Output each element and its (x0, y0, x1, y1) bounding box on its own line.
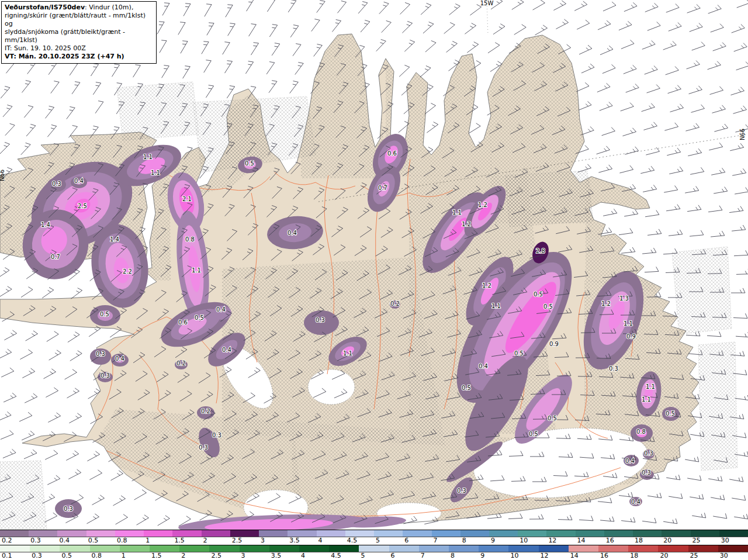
precip-value-label: 0.5 (548, 415, 557, 421)
precip-value-label: 1.1 (143, 154, 153, 160)
colorbar-segment (460, 530, 489, 537)
colorbar-segment (0, 545, 30, 552)
precip-value-label: 0.3 (199, 444, 208, 451)
precip-value-label: 0.6 (387, 150, 397, 157)
colorbar-tick-label: 5 (361, 552, 365, 559)
precip-value-label: 2.1 (182, 196, 192, 202)
weather-map-frame: 0.30.41.11.12.51.41.42.10.72.20.81.10.50… (0, 0, 748, 560)
colorbar-segment (329, 545, 359, 552)
precip-value-label: 0.4 (631, 499, 640, 505)
precip-value-label: 0.5 (529, 431, 538, 437)
colorbar-tick-label: 3.5 (289, 537, 300, 544)
precip-value-label: 0.3 (642, 469, 651, 476)
meridian-label: 15W (480, 0, 494, 6)
precip-value-label: 2.5 (78, 203, 87, 209)
precip-value-label: 0.6 (178, 319, 188, 326)
colorbar-tick-label: 8 (451, 552, 455, 559)
precip-value-label: 1.1 (452, 209, 462, 216)
precip-value-label: 1.1 (151, 170, 160, 176)
colorbar-tick-label: 4.5 (347, 537, 358, 544)
colorbar-tick-label: 6 (391, 552, 395, 559)
precip-value-label: 0.5 (514, 350, 524, 357)
colorbar-segment (479, 545, 508, 552)
colorbar-tick-label: 7 (421, 552, 425, 559)
colorbar-segment (230, 530, 259, 537)
colorbar-tick-label: 3 (241, 552, 245, 559)
colorbar-segment (508, 545, 538, 552)
glacier (308, 369, 355, 405)
precip-value-label: 1.2 (478, 202, 487, 208)
colorbar-tick-label: 8 (462, 537, 466, 544)
colorbar-segment (604, 530, 633, 537)
colorbar-tick-label: 0.3 (32, 552, 42, 559)
colorbar-tick-label: 18 (630, 552, 638, 559)
colorbar-tick-label: 4 (318, 537, 323, 544)
precip-value-label: 0.3 (52, 181, 61, 187)
valid-time: VT: Mán. 20.10.2025 23Z (+47 h) (5, 53, 153, 61)
colorbar-tick-label: 3.5 (271, 552, 282, 559)
colorbar-tick-label: 0.1 (2, 552, 12, 559)
colorbar-tick-label: 0.3 (30, 537, 41, 544)
precip-value-label: 1.1 (624, 320, 633, 327)
precip-value-label: 0.4 (74, 178, 84, 184)
colorbar-tick-label: 2.5 (232, 537, 243, 544)
precip-value-label: 0.2 (176, 360, 186, 367)
precip-value-label: 0.3 (212, 432, 221, 438)
colorbar-panel: 0.20.30.40.50.811.522.533.544.5567891012… (0, 530, 748, 560)
colorbar-tick-label: 20 (660, 552, 668, 559)
colorbar-segment (299, 545, 329, 552)
parallel-label-right: N66 (739, 129, 746, 140)
colorbar-tick-label: 0.4 (59, 537, 70, 544)
colorbar-segment (120, 545, 150, 552)
colorbar-tick-label: 14 (570, 552, 579, 559)
precip-value-label: 1.2 (482, 282, 491, 289)
colorbar-tick-label: 0.8 (92, 552, 102, 559)
precip-value-label: 0.9 (626, 333, 636, 340)
title-line-1: Veðurstofan/IS750dev: Vindur (10m), (5, 4, 153, 12)
colorbar-tick-label: 4 (301, 552, 305, 559)
precip-value-label: 0.9 (549, 341, 559, 347)
colorbar-segment (662, 530, 690, 537)
precip-value-label: 0.5 (534, 291, 543, 298)
init-time: IT: Sun. 19. 10. 2025 00Z (5, 44, 153, 53)
colorbar-segment (0, 530, 29, 537)
colorbar-segment (389, 545, 419, 552)
colorbar-segment (658, 545, 688, 552)
colorbar-tick-label: 9 (480, 552, 484, 559)
colorbar-segment (202, 530, 230, 537)
title-line-3: slydda/snjókoma (grátt/bleikt/grænt - mm… (5, 28, 153, 44)
map-canvas: 0.30.41.11.12.51.41.42.10.72.20.81.10.50… (0, 0, 748, 530)
colorbar-tick-label: 14 (577, 537, 586, 544)
colorbar-tick-label: 10 (510, 552, 518, 559)
precip-value-label: 0.4 (625, 458, 635, 464)
precip-value-label: 0.2 (390, 300, 400, 307)
colorbar-tick-label: 6 (404, 537, 408, 544)
colorbar-tick-label: 16 (600, 552, 608, 559)
precip-value-label: 0.7 (51, 254, 60, 260)
colorbar-segment (518, 530, 546, 537)
colorbar-tick-label: 30 (721, 537, 729, 544)
precip-value-label: 0.5 (666, 410, 675, 417)
colorbar-segment (30, 545, 60, 552)
colorbar-tick-label: 18 (635, 537, 643, 544)
colorbar-segment (317, 530, 345, 537)
colorbar-segment (374, 530, 403, 537)
precip-value-label: 1.4 (110, 236, 119, 243)
colorbar-rain-labels: 0.10.30.50.811.522.533.544.5567891012141… (0, 552, 748, 560)
title-box: Veðurstofan/IS750dev: Vindur (10m), rign… (1, 1, 157, 64)
colorbar-tick-label: 2 (203, 537, 207, 544)
colorbar-segment (688, 545, 718, 552)
colorbar-segment (691, 530, 719, 537)
colorbar-tick-label: 20 (663, 537, 671, 544)
precip-value-label: 0.3 (96, 351, 105, 357)
precip-value-label: 0.5 (462, 385, 471, 391)
colorbar-tick-label: 2.5 (211, 552, 221, 559)
title-line-2: rigning/skúrir (grænt/blátt/rautt - mm/1… (5, 12, 153, 28)
precip-value-label: 0.3 (644, 450, 653, 457)
colorbar-tick-label: 1.5 (151, 552, 162, 559)
colorbar-tick-label: 25 (690, 552, 698, 559)
colorbar-segment (240, 545, 269, 552)
precip-value-label: 0.4 (216, 306, 226, 313)
colorbar-segment (598, 545, 628, 552)
colorbar-segment (576, 530, 604, 537)
